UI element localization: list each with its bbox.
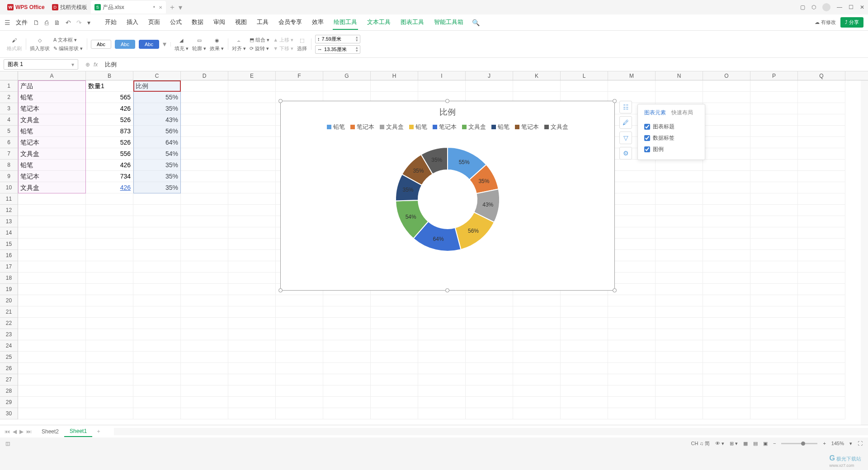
cell-D13[interactable] — [181, 216, 228, 227]
cell-G22[interactable] — [323, 318, 371, 329]
cell-I30[interactable] — [418, 408, 466, 419]
row-header-30[interactable]: 30 — [0, 408, 18, 419]
sheet-prev-icon[interactable]: ◀ — [13, 428, 17, 435]
cell-K20[interactable] — [513, 295, 561, 306]
row-header-10[interactable]: 10 — [0, 182, 18, 193]
cell-M11[interactable] — [608, 193, 656, 205]
cell-C21[interactable] — [133, 306, 181, 318]
tab-list-icon[interactable]: ▾ — [179, 3, 182, 12]
cell-F23[interactable] — [276, 329, 323, 340]
cell-O5[interactable] — [703, 126, 750, 137]
zoom-slider[interactable] — [781, 443, 817, 444]
cell-N1[interactable] — [656, 80, 703, 92]
cell-N18[interactable] — [656, 273, 703, 284]
cell-B1[interactable]: 数量1 — [86, 80, 133, 92]
cell-D11[interactable] — [181, 193, 228, 205]
cell-P9[interactable] — [750, 171, 798, 182]
cell-P21[interactable] — [750, 306, 798, 318]
print-icon[interactable]: ⎙ — [44, 18, 49, 27]
cell-M14[interactable] — [608, 227, 656, 239]
cell-B13[interactable] — [86, 216, 133, 227]
cell-P3[interactable] — [750, 103, 798, 114]
cell-H1[interactable] — [371, 80, 418, 92]
legend-item[interactable]: 铅笔 — [327, 123, 345, 131]
cell-D16[interactable] — [181, 250, 228, 261]
cell-A9[interactable]: 笔记本 — [18, 171, 86, 182]
col-header-H[interactable]: H — [371, 71, 418, 80]
cell-A11[interactable] — [18, 193, 86, 205]
cell-B5[interactable]: 873 — [86, 126, 133, 137]
cell-E29[interactable] — [228, 397, 276, 408]
cell-E7[interactable] — [228, 148, 276, 160]
cell-M21[interactable] — [608, 306, 656, 318]
cell-P16[interactable] — [750, 250, 798, 261]
cell-Q27[interactable] — [798, 374, 845, 385]
cell-M22[interactable] — [608, 318, 656, 329]
cell-C23[interactable] — [133, 329, 181, 340]
cell-P19[interactable] — [750, 284, 798, 295]
cell-N30[interactable] — [656, 408, 703, 419]
cell-Q9[interactable] — [798, 171, 845, 182]
cell-E30[interactable] — [228, 408, 276, 419]
cell-L25[interactable] — [561, 352, 608, 363]
cell-D28[interactable] — [181, 385, 228, 397]
row-header-12[interactable]: 12 — [0, 205, 18, 216]
cell-N12[interactable] — [656, 205, 703, 216]
cell-B8[interactable]: 426 — [86, 160, 133, 171]
cell-I27[interactable] — [418, 374, 466, 385]
cell-E10[interactable] — [228, 182, 276, 193]
cell-P4[interactable] — [750, 114, 798, 126]
cell-B28[interactable] — [86, 385, 133, 397]
cell-Q29[interactable] — [798, 397, 845, 408]
rotate-button[interactable]: ⟳旋转▾ — [250, 45, 269, 52]
cell-E20[interactable] — [228, 295, 276, 306]
cell-P2[interactable] — [750, 92, 798, 103]
legend-item[interactable]: 铅笔 — [409, 123, 427, 131]
cell-Q23[interactable] — [798, 329, 845, 340]
menu-tab-智能工具箱[interactable]: 智能工具箱 — [433, 15, 464, 30]
row-header-5[interactable]: 5 — [0, 126, 18, 137]
cell-N26[interactable] — [656, 363, 703, 374]
outline-button[interactable]: ▭轮廓 ▾ — [192, 36, 206, 52]
cell-J27[interactable] — [466, 374, 513, 385]
cell-O6[interactable] — [703, 137, 750, 148]
cell-Q8[interactable] — [798, 160, 845, 171]
cell-E14[interactable] — [228, 227, 276, 239]
menu-tab-绘图工具[interactable]: 绘图工具 — [333, 15, 358, 30]
cell-P10[interactable] — [750, 182, 798, 193]
sheet-add-icon[interactable]: ＋ — [92, 428, 105, 435]
col-header-O[interactable]: O — [703, 71, 750, 80]
cell-A6[interactable]: 笔记本 — [18, 137, 86, 148]
cell-A29[interactable] — [18, 397, 86, 408]
cell-A25[interactable] — [18, 352, 86, 363]
cell-D17[interactable] — [181, 261, 228, 273]
cell-B12[interactable] — [86, 205, 133, 216]
menu-tab-开始[interactable]: 开始 — [104, 15, 118, 30]
search-icon[interactable]: 🔍 — [471, 18, 481, 27]
cell-H20[interactable] — [371, 295, 418, 306]
chart-elements-icon[interactable]: ☷ — [619, 101, 632, 113]
cell-D9[interactable] — [181, 171, 228, 182]
chart-title[interactable]: 比例 — [281, 101, 614, 120]
cell-P26[interactable] — [750, 363, 798, 374]
dropdown-icon[interactable]: ▾ — [86, 18, 91, 27]
cell-F22[interactable] — [276, 318, 323, 329]
row-header-15[interactable]: 15 — [0, 239, 18, 250]
cell-B26[interactable] — [86, 363, 133, 374]
cell-M10[interactable] — [608, 182, 656, 193]
cell-J21[interactable] — [466, 306, 513, 318]
cell-Q3[interactable] — [798, 103, 845, 114]
zoom-level[interactable]: 145% — [831, 441, 844, 446]
row-header-22[interactable]: 22 — [0, 318, 18, 329]
view-page-icon[interactable]: ▤ — [753, 441, 758, 446]
cell-P7[interactable] — [750, 148, 798, 160]
cell-H26[interactable] — [371, 363, 418, 374]
cell-E18[interactable] — [228, 273, 276, 284]
cell-O25[interactable] — [703, 352, 750, 363]
row-header-4[interactable]: 4 — [0, 114, 18, 126]
app-tab-home[interactable]: W WPS Office — [4, 1, 48, 14]
cell-M20[interactable] — [608, 295, 656, 306]
cell-C20[interactable] — [133, 295, 181, 306]
cell-N14[interactable] — [656, 227, 703, 239]
chart-elements-popup[interactable]: 图表元素 快速布局 图表标题 数据标签 图例 — [637, 104, 705, 160]
